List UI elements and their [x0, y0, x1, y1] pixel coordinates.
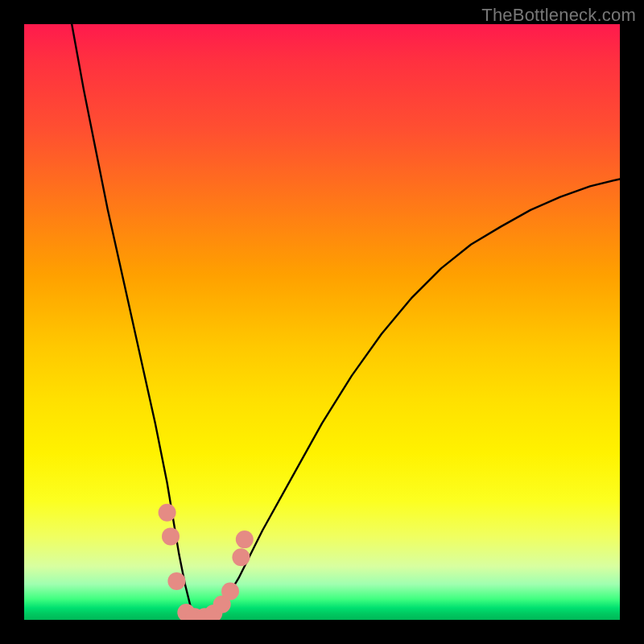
marker-dot: [236, 530, 254, 548]
marker-dot: [221, 583, 239, 601]
curve-layer: [24, 24, 620, 620]
bottleneck-curve: [72, 24, 620, 620]
marker-dot: [159, 504, 176, 522]
marker-dot: [232, 548, 250, 566]
plot-area: [24, 24, 620, 620]
marker-dot: [162, 527, 180, 545]
marker-dot: [167, 572, 185, 590]
watermark-text: TheBottleneck.com: [481, 5, 636, 26]
chart-frame: TheBottleneck.com: [0, 0, 644, 644]
